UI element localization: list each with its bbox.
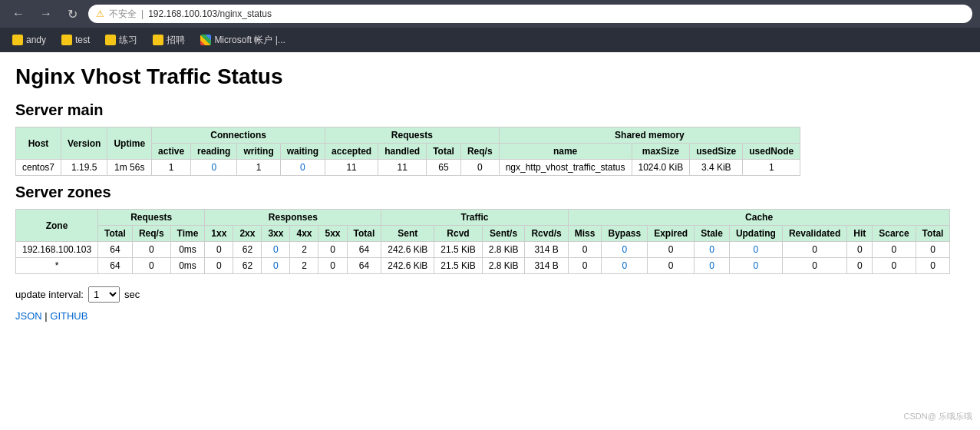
insecure-label: 不安全 [109,8,137,21]
td-uptime: 1m 56s [107,160,152,176]
td-active: 1 [152,160,191,176]
td-time: 0ms [170,258,205,274]
th-reading: reading [191,144,237,160]
bookmark-lianxi-label: 练习 [119,34,137,47]
bookmark-lianxi[interactable]: 练习 [99,31,144,49]
td-scarce: 0 [873,258,916,274]
th-zone: Zone [16,210,98,242]
url-display: 192.168.100.103/nginx_status [148,8,272,19]
td-host: centos7 [16,160,61,176]
th-sz-2xx: 2xx [233,226,262,242]
td-reading: 0 [191,160,237,176]
security-warning-icon: ⚠ [96,8,104,19]
td-miss: 0 [568,242,602,258]
td-usedsize: 3.4 KiB [690,160,743,176]
td-updating: 0 [729,258,782,274]
td-maxsize: 1024.0 KiB [632,160,690,176]
refresh-button[interactable]: ↻ [63,5,82,23]
td-ctotal: 0 [916,242,950,258]
td-rcvdps: 314 B [525,258,568,274]
th-sz-sentps: Sent/s [482,226,525,242]
bookmarks-bar: andy test 练习 招聘 Microsoft 帐户 |... [0,28,980,52]
td-sentps: 2.8 KiB [482,242,525,258]
td-time: 0ms [170,242,205,258]
th-sz-cache: Cache [568,210,950,226]
th-writing: writing [237,144,280,160]
bookmark-test-label: test [75,35,90,45]
td-r3xx: 0 [262,258,290,274]
td-r4xx: 2 [290,242,318,258]
th-sz-miss: Miss [568,226,602,242]
td-r5xx: 0 [318,258,347,274]
td-total: 64 [98,242,133,258]
zones-table-row: *6400ms06202064242.6 KiB21.5 KiB2.8 KiB3… [16,258,950,274]
th-sz-revalidated: Revalidated [782,226,846,242]
url-separator: | [141,8,144,19]
th-sz-rcvdps: Rcvd/s [525,226,568,242]
th-sz-reqps: Req/s [132,226,170,242]
th-uptime: Uptime [107,127,152,160]
td-hit: 0 [847,258,873,274]
td-accepted: 11 [325,160,378,176]
td-bypass: 0 [602,258,648,274]
td-reqps: 0 [132,258,170,274]
th-reqps: Req/s [460,144,499,160]
server-main-table: Host Version Uptime Connections Requests… [15,127,800,176]
bookmark-microsoft[interactable]: Microsoft 帐户 |... [194,31,291,49]
th-sz-traffic: Traffic [381,210,568,226]
td-rcvd: 21.5 KiB [434,258,482,274]
th-usednode: usedNode [743,144,800,160]
td-reqps: 0 [132,242,170,258]
th-sz-stale: Stale [695,226,730,242]
browser-titlebar: ← → ↻ ⚠ 不安全 | 192.168.100.103/nginx_stat… [0,0,980,28]
td-r2xx: 62 [233,258,262,274]
bookmark-test[interactable]: test [55,32,96,48]
td-r3xx: 0 [262,242,290,258]
th-sz-time: Time [170,226,205,242]
update-interval-select[interactable]: 12510 [88,286,120,303]
th-sz-sent: Sent [381,226,434,242]
github-link[interactable]: GITHUB [50,310,87,322]
td-sent: 242.6 KiB [381,242,434,258]
update-interval-section: update interval: 12510 sec [15,286,952,303]
td-waiting: 0 [280,160,325,176]
th-sz-4xx: 4xx [290,226,318,242]
server-zones-heading: Server zones [15,184,952,201]
td-r4xx: 2 [290,258,318,274]
td-total: 64 [98,258,133,274]
th-total: Total [427,144,461,160]
th-accepted: accepted [325,144,378,160]
td-zone: 192.168.100.103 [16,242,98,258]
server-zones-table: Zone Requests Responses Traffic Cache To… [15,209,950,274]
zones-table-row: 192.168.100.1036400ms06202064242.6 KiB21… [16,242,950,258]
td-rtotal: 64 [347,242,381,258]
back-button[interactable]: ← [8,5,29,22]
td-rcvd: 21.5 KiB [434,242,482,258]
td-revalidated: 0 [782,258,846,274]
td-hit: 0 [847,242,873,258]
td-usednode: 1 [743,160,800,176]
bookmark-andy[interactable]: andy [6,32,52,48]
bookmark-zhaopin[interactable]: 招聘 [147,31,191,49]
th-sharedmem: Shared memory [499,127,800,144]
json-link[interactable]: JSON [15,310,42,322]
bookmark-test-icon [61,35,72,45]
page-title: Nginx Vhost Traffic Status [15,64,952,89]
th-sz-bypass: Bypass [602,226,648,242]
th-sz-hit: Hit [847,226,873,242]
td-stale: 0 [695,258,730,274]
links-section: JSON | GITHUB [15,310,952,322]
td-updating: 0 [729,242,782,258]
th-sz-ctotal: Total [916,226,950,242]
td-zone: * [16,258,98,274]
td-r2xx: 62 [233,242,262,258]
address-bar[interactable]: ⚠ 不安全 | 192.168.100.103/nginx_status [88,5,972,23]
th-requests: Requests [325,127,500,144]
td-revalidated: 0 [782,242,846,258]
td-bypass: 0 [602,242,648,258]
forward-button[interactable]: → [35,5,57,22]
th-sz-updating: Updating [729,226,782,242]
td-sentps: 2.8 KiB [482,258,525,274]
server-main-heading: Server main [15,101,952,119]
td-name: ngx_http_vhost_traffic_status [499,160,632,176]
